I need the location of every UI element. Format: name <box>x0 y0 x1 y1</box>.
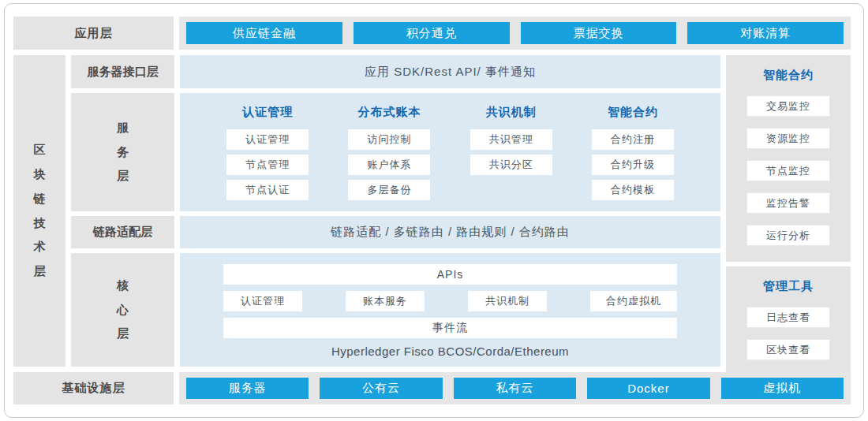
service-column-auth: 认证管理 认证管理 节点管理 节点认证 <box>207 105 328 211</box>
service-column-consensus: 共识机制 共识管理 共识分区 <box>451 105 572 211</box>
service-item: 多层备份 <box>348 180 430 200</box>
infra-item-private-cloud: 私有云 <box>454 378 576 399</box>
core-layer-label: 核心层 <box>71 253 174 367</box>
service-item: 合约注册 <box>592 129 674 150</box>
sublayer-labels-column: 服务器接口层 服务层 链路适配层 核心层 <box>71 55 174 367</box>
service-column-title: 共识机制 <box>486 105 537 120</box>
management-tools-panel: 管理工具 日志查看 区块查看 <box>726 266 851 373</box>
service-item: 访问控制 <box>348 129 430 150</box>
service-item: 共识分区 <box>470 155 552 175</box>
core-layer-panel: APIs 认证管理 账本服务 共识机制 合约虚拟机 事件流 Hyperledge… <box>180 253 720 367</box>
infra-item-server: 服务器 <box>186 378 309 399</box>
core-module: 账本服务 <box>346 291 425 311</box>
right-tools-column: 智能合约 交易监控 资源监控 节点监控 监控告警 运行分析 管理工具 日志查看 … <box>726 55 851 367</box>
diagram-frame: 应用层 供应链金融 积分通兑 票据交换 对账清算 区块链技术层 服务器接口层 服… <box>4 3 864 418</box>
core-module: 认证管理 <box>223 291 302 311</box>
panel-title: 智能合约 <box>763 68 814 83</box>
monitor-item: 节点监控 <box>746 160 830 181</box>
tool-item: 日志查看 <box>746 307 830 328</box>
service-layer-panel: 认证管理 认证管理 节点管理 节点认证 分布式账本 访问控制 账户体系 多层备份 <box>180 93 720 211</box>
layers-content-column: 应用 SDK/Rest API/ 事件通知 认证管理 认证管理 节点管理 节点认… <box>180 55 720 367</box>
service-item: 节点认证 <box>226 180 309 200</box>
application-layer-label: 应用层 <box>13 17 174 50</box>
monitor-item: 交易监控 <box>746 95 830 117</box>
service-column-title: 认证管理 <box>242 105 293 120</box>
app-item-points-exchange: 积分通兑 <box>354 22 510 44</box>
app-item-supply-chain-finance: 供应链金融 <box>186 22 342 44</box>
monitor-item: 资源监控 <box>746 128 830 149</box>
blockchain-technology-area: 区块链技术层 服务器接口层 服务层 链路适配层 核心层 应用 SDK/Rest … <box>13 55 851 367</box>
service-item: 认证管理 <box>226 129 309 150</box>
infra-item-public-cloud: 公有云 <box>320 378 442 399</box>
tool-item: 区块查看 <box>746 339 830 360</box>
service-layer-grid: 认证管理 认证管理 节点管理 节点认证 分布式账本 访问控制 账户体系 多层备份 <box>180 93 720 211</box>
infrastructure-buttons-strip: 服务器 公有云 私有云 Docker 虚拟机 <box>179 372 851 404</box>
smart-contract-monitor-panel: 智能合约 交易监控 资源监控 节点监控 监控告警 运行分析 <box>726 55 851 262</box>
app-item-reconciliation: 对账清算 <box>687 22 844 44</box>
infra-item-docker: Docker <box>587 378 709 399</box>
service-column-ledger: 分布式账本 访问控制 账户体系 多层备份 <box>328 105 450 211</box>
panel-title: 管理工具 <box>763 279 814 294</box>
application-buttons-strip: 供应链金融 积分通兑 票据交换 对账清算 <box>179 17 851 50</box>
blockchain-technology-layer-label: 区块链技术层 <box>13 55 65 367</box>
core-modules-row: 认证管理 账本服务 共识机制 合约虚拟机 <box>223 291 677 311</box>
service-column-title: 智能合约 <box>608 105 658 120</box>
service-column-title: 分布式账本 <box>357 105 421 120</box>
monitor-item: 监控告警 <box>746 192 830 214</box>
link-adaptation-layer-label: 链路适配层 <box>71 216 174 248</box>
event-stream-bar: 事件流 <box>223 318 677 338</box>
infrastructure-layer-label: 基础设施层 <box>13 372 174 404</box>
core-module: 合约虚拟机 <box>590 291 677 311</box>
infrastructure-layer-row: 基础设施层 服务器 公有云 私有云 Docker 虚拟机 <box>13 372 851 404</box>
service-item: 合约升级 <box>592 155 674 175</box>
link-adaptation-layer-content: 链路适配 / 多链路由 / 路由规则 / 合约路由 <box>180 216 720 248</box>
monitor-item: 运行分析 <box>746 225 830 246</box>
core-platforms-text: Hyperledger Fisco BCOS/Corda/Ethereum <box>223 345 677 358</box>
apis-bar: APIs <box>223 264 677 285</box>
service-item: 共识管理 <box>470 129 552 150</box>
service-item: 账户体系 <box>348 155 430 175</box>
service-item: 合约模板 <box>592 180 674 200</box>
application-layer-row: 应用层 供应链金融 积分通兑 票据交换 对账清算 <box>13 17 851 50</box>
core-module: 共识机制 <box>468 291 547 311</box>
service-layer-label: 服务层 <box>71 93 174 211</box>
service-item: 节点管理 <box>226 155 309 175</box>
server-interface-layer-label: 服务器接口层 <box>71 55 174 88</box>
app-item-bill-exchange: 票据交换 <box>521 22 677 44</box>
core-layer-inner: APIs 认证管理 账本服务 共识机制 合约虚拟机 事件流 Hyperledge… <box>180 253 720 367</box>
service-column-smart-contract: 智能合约 合约注册 合约升级 合约模板 <box>572 105 694 211</box>
infra-item-vm: 虚拟机 <box>721 378 844 399</box>
architecture-diagram: 应用层 供应链金融 积分通兑 票据交换 对账清算 区块链技术层 服务器接口层 服… <box>0 0 868 421</box>
server-interface-layer-content: 应用 SDK/Rest API/ 事件通知 <box>180 55 720 88</box>
